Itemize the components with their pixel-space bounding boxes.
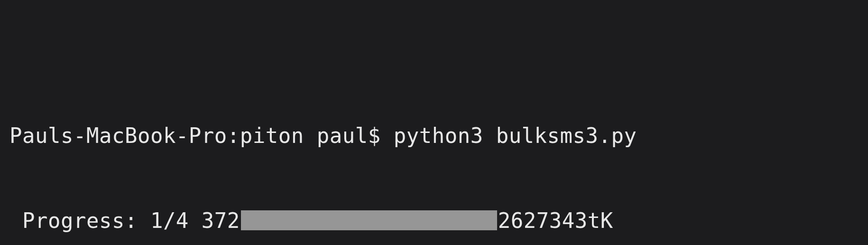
progress-line-1: Progress: 1/4 3722627343tK: [9, 206, 863, 235]
redacted-block: [241, 210, 497, 230]
terminal-command-line: Pauls-MacBook-Pro:piton paul$ python3 bu…: [9, 122, 863, 150]
shell-prompt: Pauls-MacBook-Pro:piton paul$: [9, 122, 394, 150]
progress-suffix: 2627343tK: [498, 207, 613, 235]
progress-prefix: Progress: 1/4 372: [9, 207, 240, 235]
command-text: python3 bulksms3.py: [394, 122, 637, 150]
